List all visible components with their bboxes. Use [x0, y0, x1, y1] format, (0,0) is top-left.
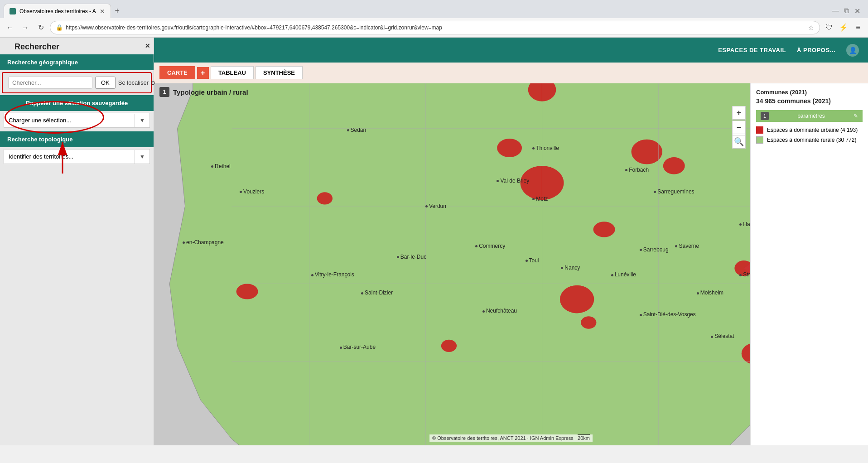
address-bar[interactable]: 🔒 https://www.observatoire-des-territoir…	[50, 21, 820, 34]
svg-point-7	[560, 285, 594, 313]
dropdown-arrow-icon: ▼	[135, 114, 149, 127]
svg-point-19	[317, 192, 333, 204]
browser-nav-icons: 🛡 ⚡ ≡	[823, 21, 864, 34]
back-button[interactable]: ←	[4, 21, 16, 34]
load-selection-row: Charger une sélection... ▼	[4, 113, 150, 128]
user-icon-symbol: 👤	[849, 47, 857, 54]
legend-panel: Communes (2021) 34 965 communes (2021) 1…	[750, 83, 868, 445]
svg-point-20	[593, 222, 615, 237]
search-on-map-btn[interactable]: 🔍	[732, 135, 746, 149]
svg-point-12	[663, 157, 685, 174]
new-tab-button[interactable]: +	[111, 5, 124, 17]
urban-label: Espaces à dominante urbaine (4 193)	[767, 127, 858, 133]
view-tabs: CARTE + TABLEAU SYNTHÈSE	[154, 63, 868, 83]
address-text: https://www.observatoire-des-territoires…	[66, 24, 805, 31]
topo-search-header[interactable]: Recherche topologique	[0, 131, 154, 147]
locate-icon: ⊙	[150, 79, 155, 86]
tab-tableau[interactable]: TABLEAU	[211, 66, 254, 79]
svg-point-9	[632, 140, 663, 164]
maximize-btn[interactable]: ⧉	[843, 7, 850, 14]
search-input-row: OK Se localiser ⊙	[2, 72, 152, 93]
map-container[interactable]: 1 Typologie urbain / rural ACTIONS ⚙	[154, 83, 868, 445]
forward-button[interactable]: →	[19, 21, 32, 34]
svg-point-21	[581, 316, 596, 328]
window-controls: — ⧉ ✕	[832, 7, 864, 14]
tab-favicon	[10, 8, 16, 14]
app-header: ESPACES DE TRAVAIL À PROPOS... 👤	[154, 38, 868, 63]
search-panel: Rechercher × Recherche géographique OK S…	[0, 38, 154, 445]
tab-bar: Observatoires des territoires - A ✕ + — …	[0, 0, 868, 18]
params-edit-icon: ✎	[854, 113, 858, 119]
svg-point-17	[441, 340, 457, 352]
legend-item-urban: Espaces à dominante urbaine (4 193)	[756, 126, 863, 134]
app-layout: Rechercher × Recherche géographique OK S…	[0, 38, 868, 445]
tab-close-btn[interactable]: ✕	[100, 8, 105, 15]
apropos-nav[interactable]: À PROPOS...	[797, 47, 835, 53]
legend-item-rural: Espaces à dominante rurale (30 772)	[756, 136, 863, 144]
identify-row: Identifier des territoires... ▼	[4, 149, 150, 164]
search-input[interactable]	[8, 77, 92, 89]
params-number: 1	[761, 112, 769, 120]
map-title: 1 Typologie urbain / rural	[159, 87, 248, 97]
params-bar[interactable]: 1 paramètres ✎	[756, 110, 863, 122]
params-label: paramètres	[797, 113, 825, 119]
svg-point-18	[236, 284, 258, 299]
panel-close-button[interactable]: ×	[145, 41, 150, 51]
tab-title: Observatoires des territoires - A	[19, 8, 96, 14]
bookmarks-btn[interactable]: ⚡	[837, 21, 850, 34]
reload-button[interactable]: ↻	[34, 21, 47, 34]
espaces-travail-nav[interactable]: ESPACES DE TRAVAIL	[718, 47, 786, 53]
load-selection-dropdown[interactable]: Charger une sélection...	[4, 113, 135, 127]
legend-communes-title: Communes (2021)	[756, 89, 863, 96]
locate-button[interactable]: Se localiser ⊙	[118, 79, 155, 86]
extensions-btn[interactable]: 🛡	[823, 21, 835, 34]
geo-search-header[interactable]: Recherche géographique	[0, 54, 154, 70]
identify-arrow-icon: ▼	[135, 150, 149, 164]
browser-chrome: Observatoires des territoires - A ✕ + — …	[0, 0, 868, 38]
tab-synthese[interactable]: SYNTHÈSE	[256, 66, 303, 79]
tab-carte[interactable]: CARTE	[159, 66, 195, 79]
zoom-out-btn[interactable]: −	[732, 121, 746, 134]
user-icon[interactable]: 👤	[846, 44, 859, 57]
map-number-badge: 1	[159, 87, 169, 97]
zoom-in-btn[interactable]: +	[732, 106, 746, 120]
svg-point-11	[497, 139, 522, 157]
close-window-btn[interactable]: ✕	[854, 7, 861, 14]
urban-color-swatch	[756, 126, 763, 134]
map-attribution: © Observatoire des territoires, ANCT 202…	[429, 434, 593, 442]
ok-button[interactable]: OK	[95, 77, 116, 89]
nav-bar: ← → ↻ 🔒 https://www.observatoire-des-ter…	[0, 18, 868, 37]
main-content: ESPACES DE TRAVAIL À PROPOS... 👤 CARTE +…	[154, 38, 868, 445]
rural-label: Espaces à dominante rurale (30 772)	[767, 137, 856, 143]
panel-title: Rechercher	[7, 37, 67, 57]
map-title-text: Typologie urbain / rural	[173, 88, 248, 96]
recall-button[interactable]: Rappeler une sélection sauvegardée	[0, 95, 154, 111]
browser-tab-active[interactable]: Observatoires des territoires - A ✕	[4, 4, 111, 18]
menu-btn[interactable]: ≡	[852, 21, 864, 34]
rural-color-swatch	[756, 136, 763, 144]
identify-dropdown[interactable]: Identifier des territoires...	[4, 150, 135, 164]
minimize-btn[interactable]: —	[832, 7, 839, 14]
map-controls: + − 🔍	[732, 106, 746, 149]
legend-communes-subtitle: 34 965 communes (2021)	[756, 97, 863, 105]
add-tab-button[interactable]: +	[197, 67, 209, 79]
